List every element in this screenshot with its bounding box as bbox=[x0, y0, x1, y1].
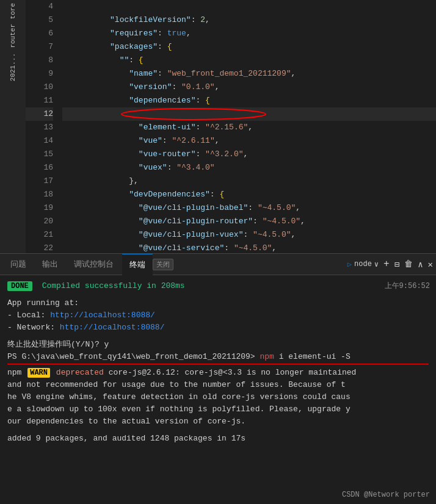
close-button[interactable]: 关闭 bbox=[153, 259, 173, 270]
deprecated-text: deprecated bbox=[56, 368, 104, 377]
app-running-line: App running at: bbox=[7, 297, 429, 309]
csdn-watermark: CSDN @Network porter bbox=[342, 489, 430, 501]
line-num-12: 12 bbox=[26, 107, 53, 121]
line-num-11: 11 bbox=[26, 94, 53, 107]
local-url[interactable]: http://localhost:8088/ bbox=[50, 311, 155, 320]
done-badge: DONE bbox=[7, 281, 32, 291]
terminal-panel: 问题 输出 调试控制台 终端 关闭 ▷ node ∨ + ⊟ 🗑 ∧ ✕ bbox=[0, 253, 436, 504]
close-button-container: 关闭 bbox=[149, 259, 173, 270]
chevron-up-icon[interactable]: ∧ bbox=[418, 259, 423, 270]
code-line-17: "devDependencies": { bbox=[62, 175, 436, 188]
warn-badge: WARN bbox=[27, 368, 50, 378]
tab-terminal[interactable]: 终端 bbox=[122, 254, 153, 275]
editor-area: tore router 2021... 4 5 6 7 8 9 10 11 12… bbox=[0, 0, 436, 253]
done-line: DONE Compiled successfully in 208ms bbox=[7, 280, 429, 292]
highlight-oval bbox=[120, 107, 267, 121]
code-container: 4 5 6 7 8 9 10 11 12 13 14 15 16 17 18 1… bbox=[26, 0, 436, 253]
line-num-7: 7 bbox=[26, 40, 53, 54]
tab-problems[interactable]: 问题 bbox=[3, 254, 34, 275]
code-line-10: "dependencies": { bbox=[62, 81, 436, 94]
added-packages-line: added 9 packages, and audited 1248 packa… bbox=[7, 433, 429, 445]
line-num-8: 8 bbox=[26, 54, 53, 67]
split-icon[interactable]: ⊟ bbox=[394, 259, 399, 270]
code-line-22: "vue-template-compiler": "^2.6.11" bbox=[62, 242, 436, 253]
sidebar-label-store: tore bbox=[9, 3, 16, 19]
svg-point-0 bbox=[122, 109, 266, 120]
npm-keyword: npm bbox=[260, 352, 274, 361]
line-num-9: 9 bbox=[26, 67, 53, 81]
code-line-19: "@vue/cli-plugin-router": "~4.5.0", bbox=[62, 201, 436, 215]
npm-command-line: PS G:\java\web_front_qy141\web_front_dem… bbox=[7, 351, 429, 364]
code-line-21: "@vue/cli-service": "~4.5.0", bbox=[62, 228, 436, 242]
close-x-icon[interactable]: ✕ bbox=[428, 259, 433, 270]
code-line-12: "element-ui": "^2.15.6", bbox=[62, 107, 436, 121]
line-num-22: 22 bbox=[26, 242, 53, 253]
line-num-18: 18 bbox=[26, 188, 53, 201]
line-num-10: 10 bbox=[26, 81, 53, 94]
code-line-9: "version": "0.1.0", bbox=[62, 67, 436, 81]
left-sidebar: tore router 2021... bbox=[0, 0, 26, 253]
network-url[interactable]: http://localhost:8088/ bbox=[60, 323, 165, 332]
code-line-14: "vue-router": "^3.2.0", bbox=[62, 134, 436, 148]
code-line-4: "lockfileVersion": 2, bbox=[62, 0, 436, 13]
code-line-15: "vuex": "^3.4.0" bbox=[62, 148, 436, 161]
line-numbers: 4 5 6 7 8 9 10 11 12 13 14 15 16 17 18 1… bbox=[26, 0, 59, 253]
sidebar-label-router: router bbox=[9, 24, 16, 48]
warn-line: npm WARN deprecated core-js@2.6.12: core… bbox=[7, 367, 429, 379]
warn-line3: he V8 engine whims, feature detection in… bbox=[7, 391, 429, 403]
red-underline bbox=[7, 364, 429, 365]
line-num-4: 4 bbox=[26, 0, 53, 13]
trash-icon[interactable]: 🗑 bbox=[404, 259, 413, 269]
code-line-18: "@vue/cli-plugin-babel": "~4.5.0", bbox=[62, 188, 436, 201]
timestamp: 上午9:56:52 bbox=[385, 280, 430, 292]
warn-line4: e a slowdown up to 100x even if nothing … bbox=[7, 403, 429, 416]
line-num-16: 16 bbox=[26, 161, 53, 175]
code-line-8: "name": "web_front_demo1_20211209", bbox=[62, 54, 436, 67]
tab-bar: 问题 输出 调试控制台 终端 关闭 ▷ node ∨ + ⊟ 🗑 ∧ ✕ bbox=[0, 254, 436, 275]
warn-line2: and not recommended for usage due to the… bbox=[7, 379, 429, 391]
warn-line5: our dependencies to the actual version o… bbox=[7, 416, 429, 428]
network-line: - Network: http://localhost:8088/ bbox=[7, 322, 429, 334]
local-line: - Local: http://localhost:8088/ bbox=[7, 309, 429, 322]
line-num-20: 20 bbox=[26, 215, 53, 228]
terminal-body: 上午9:56:52 DONE Compiled successfully in … bbox=[0, 275, 436, 504]
line-num-14: 14 bbox=[26, 134, 53, 148]
code-line-7: "": { bbox=[62, 40, 436, 54]
code-line-5: "requires": true, bbox=[62, 13, 436, 27]
line-num-15: 15 bbox=[26, 148, 53, 161]
terminal-node-selector[interactable]: ▷ node ∨ bbox=[347, 260, 379, 269]
tab-debug-console[interactable]: 调试控制台 bbox=[67, 254, 121, 275]
code-line-11: "core-js": "^3.6.5", bbox=[62, 94, 436, 107]
line-num-21: 21 bbox=[26, 228, 53, 242]
code-line-6: "packages": { bbox=[62, 27, 436, 40]
line-num-13: 13 bbox=[26, 121, 53, 134]
line-num-6: 6 bbox=[26, 27, 53, 40]
compiled-text: Compiled successfully in 208ms bbox=[42, 281, 185, 290]
code-lines: "lockfileVersion": 2, "requires": true, … bbox=[59, 0, 436, 253]
plus-icon[interactable]: + bbox=[383, 259, 390, 270]
line-num-19: 19 bbox=[26, 201, 53, 215]
tab-right-controls: ▷ node ∨ + ⊟ 🗑 ∧ ✕ bbox=[347, 259, 433, 270]
sidebar-label-2021: 2021... bbox=[9, 53, 16, 81]
line-num-17: 17 bbox=[26, 175, 53, 188]
npm-label: npm bbox=[7, 368, 21, 377]
prompt1-line: 终止批处理操作吗(Y/N)? y bbox=[7, 339, 429, 351]
line-num-5: 5 bbox=[26, 13, 53, 27]
code-line-16: }, bbox=[62, 161, 436, 175]
code-line-13: "vue": "^2.6.11", bbox=[62, 121, 436, 134]
tab-output[interactable]: 输出 bbox=[35, 254, 65, 275]
code-line-20: "@vue/cli-plugin-vuex": "~4.5.0", bbox=[62, 215, 436, 228]
